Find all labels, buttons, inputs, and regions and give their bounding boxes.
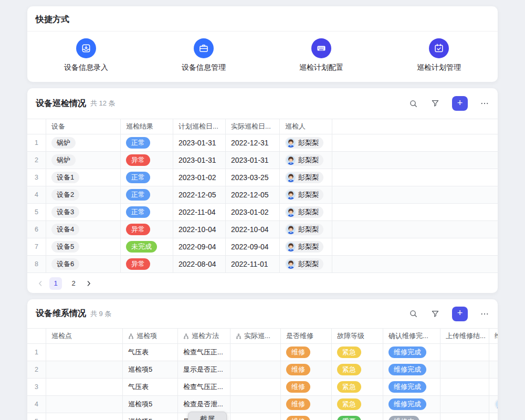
cell-inspector[interactable]: 彭梨梨 — [280, 256, 332, 272]
cell-method[interactable]: 检查气压正... — [178, 344, 230, 361]
cell-actual-date[interactable]: 2022-12-05 — [226, 186, 280, 203]
cell-point[interactable] — [46, 379, 123, 395]
cell-upload[interactable] — [440, 344, 489, 361]
cell-fault-level[interactable]: 重要 — [332, 413, 383, 420]
column-header[interactable]: 是否维修 — [281, 329, 332, 343]
more-icon[interactable] — [480, 99, 489, 108]
cell-item[interactable]: 巡检项5 — [123, 413, 178, 420]
table-row[interactable]: 5设备3正常2022-11-042023-01-02彭梨梨 — [27, 204, 498, 221]
screenshot-overlay[interactable]: 截屏 — [188, 412, 227, 420]
cell-worker[interactable]: 彭梨梨 — [489, 396, 498, 413]
column-header[interactable]: 故障等级 — [332, 329, 383, 343]
cell-inspector[interactable]: 彭梨梨 — [280, 221, 332, 238]
cell-confirm[interactable]: 维修完成 — [383, 379, 440, 395]
cell-result[interactable]: 正常 — [121, 186, 173, 203]
column-header[interactable]: 实际巡... — [230, 329, 281, 343]
more-icon[interactable] — [480, 309, 489, 319]
column-header[interactable]: 巡检项 — [123, 329, 178, 343]
cell-device[interactable]: 设备5 — [46, 238, 121, 255]
cell-actual[interactable] — [230, 413, 281, 420]
cell-planned-date[interactable]: 2022-11-04 — [173, 204, 226, 220]
cell-device[interactable]: 设备3 — [46, 204, 121, 220]
table-row[interactable]: 3气压表检查气压正...维修紧急维修完成 — [27, 379, 498, 396]
cell-inspector[interactable]: 彭梨梨 — [280, 152, 332, 169]
cell-repair[interactable]: 维修 — [281, 361, 332, 378]
page-button-2[interactable]: 2 — [67, 277, 80, 290]
cell-result[interactable]: 异常 — [121, 256, 173, 272]
search-icon[interactable] — [408, 309, 418, 319]
cell-fault-level[interactable]: 紧急 — [332, 344, 383, 361]
table-row[interactable]: 1气压表检查气压正...维修紧急维修完成 — [27, 344, 498, 361]
cell-planned-date[interactable]: 2023-01-31 — [173, 152, 226, 169]
shortcut-item[interactable]: 巡检计划配置 — [262, 38, 380, 72]
cell-actual[interactable] — [230, 344, 281, 361]
cell-result[interactable]: 正常 — [121, 204, 173, 220]
cell-actual-date[interactable]: 2023-03-25 — [226, 169, 280, 186]
cell-result[interactable]: 异常 — [121, 152, 173, 169]
table-row[interactable]: 2巡检项5显示是否正...维修紧急维修完成 — [27, 361, 498, 379]
add-record-button[interactable]: + — [452, 96, 468, 111]
cell-upload[interactable] — [440, 361, 489, 378]
cell-planned-date[interactable]: 2022-10-04 — [173, 221, 226, 238]
table-row[interactable]: 4巡检项5检查是否泄...维修紧急维修完成彭梨梨 — [27, 396, 498, 413]
table-row[interactable]: 2锅炉异常2023-01-312023-01-31彭梨梨 — [27, 152, 498, 169]
cell-planned-date[interactable]: 2022-12-05 — [173, 186, 226, 203]
cell-result[interactable]: 正常 — [121, 169, 173, 186]
cell-device[interactable]: 设备1 — [46, 169, 121, 186]
cell-result[interactable]: 异常 — [121, 221, 173, 238]
cell-actual-date[interactable]: 2022-10-04 — [226, 221, 280, 238]
cell-method[interactable]: 显示是否正... — [178, 361, 230, 378]
table-row[interactable]: 3设备1正常2023-01-022023-03-25彭梨梨 — [27, 169, 498, 186]
cell-confirm[interactable]: 维修完成 — [383, 344, 440, 361]
column-header[interactable]: 计划巡检日... — [173, 119, 226, 134]
cell-worker[interactable] — [489, 379, 498, 395]
cell-repair[interactable]: 维修 — [281, 344, 332, 361]
page-button-1[interactable]: 1 — [49, 277, 62, 290]
cell-method[interactable]: 检查气压正... — [178, 379, 230, 395]
table-row[interactable]: 4设备2正常2022-12-052022-12-05彭梨梨 — [27, 186, 498, 204]
column-header[interactable]: 巡检结果 — [121, 119, 173, 134]
cell-item[interactable]: 巡检项5 — [123, 396, 178, 413]
cell-fault-level[interactable]: 紧急 — [332, 396, 383, 413]
cell-planned-date[interactable]: 2022-09-04 — [173, 238, 226, 255]
cell-actual[interactable] — [230, 379, 281, 395]
cell-repair[interactable]: 维修 — [281, 396, 332, 413]
filter-icon[interactable] — [430, 309, 440, 319]
cell-actual-date[interactable]: 2022-12-31 — [226, 134, 280, 151]
cell-fault-level[interactable]: 紧急 — [332, 361, 383, 378]
filter-icon[interactable] — [430, 99, 440, 108]
cell-actual-date[interactable]: 2022-09-04 — [226, 238, 280, 255]
cell-device[interactable]: 锅炉 — [46, 152, 121, 169]
cell-actual[interactable] — [230, 396, 281, 413]
cell-repair[interactable]: 维修 — [281, 379, 332, 395]
cell-worker[interactable] — [489, 361, 498, 378]
cell-upload[interactable] — [440, 413, 489, 420]
cell-upload[interactable] — [440, 379, 489, 395]
cell-method[interactable]: 检查是否泄... — [178, 396, 230, 413]
column-header[interactable]: 维修人 — [489, 329, 498, 343]
prev-page-button[interactable] — [37, 280, 44, 287]
column-header[interactable]: 设备 — [46, 119, 121, 134]
cell-actual-date[interactable]: 2023-01-02 — [226, 204, 280, 220]
column-header[interactable]: 巡检人 — [280, 119, 332, 134]
table-row[interactable]: 1锅炉正常2023-01-312022-12-31彭梨梨 — [27, 134, 498, 152]
column-header[interactable]: 确认维修完... — [383, 329, 440, 343]
cell-confirm[interactable]: 维修完成 — [383, 361, 440, 378]
cell-point[interactable] — [46, 396, 123, 413]
cell-planned-date[interactable]: 2022-08-04 — [173, 256, 226, 272]
cell-fault-level[interactable]: 紧急 — [332, 379, 383, 395]
cell-point[interactable] — [46, 361, 123, 378]
next-page-button[interactable] — [85, 280, 92, 287]
cell-planned-date[interactable]: 2023-01-02 — [173, 169, 226, 186]
cell-upload[interactable] — [440, 396, 489, 413]
cell-device[interactable]: 设备4 — [46, 221, 121, 238]
table-row[interactable]: 5巡检项5显示是否正...维修重要维修中 — [27, 413, 498, 420]
table-row[interactable]: 6设备4异常2022-10-042022-10-04彭梨梨 — [27, 221, 498, 238]
shortcut-item[interactable]: 设备信息管理 — [145, 38, 262, 72]
shortcut-item[interactable]: 巡检计划管理 — [380, 38, 498, 72]
cell-device[interactable]: 设备2 — [46, 186, 121, 203]
cell-item[interactable]: 巡检项5 — [123, 361, 178, 378]
cell-planned-date[interactable]: 2023-01-31 — [173, 134, 226, 151]
table-row[interactable]: 7设备5未完成2022-09-042022-09-04彭梨梨 — [27, 238, 498, 256]
cell-inspector[interactable]: 彭梨梨 — [280, 238, 332, 255]
